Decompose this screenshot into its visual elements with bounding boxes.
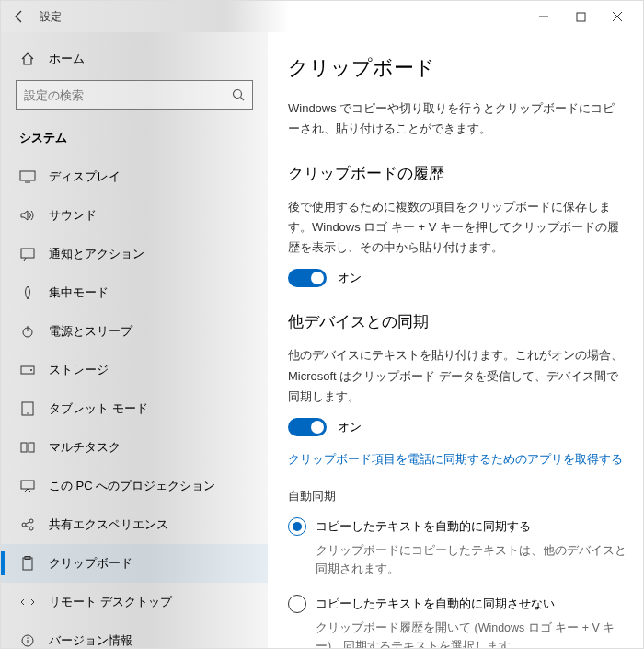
maximize-button[interactable]	[562, 1, 599, 32]
sidebar-item-notifications[interactable]: 通知とアクション	[1, 235, 268, 273]
sidebar-item-focus[interactable]: 集中モード	[1, 273, 268, 312]
svg-point-23	[27, 637, 28, 638]
radio-icon	[288, 517, 306, 536]
sidebar-item-multitask[interactable]: マルチタスク	[1, 428, 268, 467]
sidebar-item-label: 通知とアクション	[49, 246, 144, 262]
notifications-icon	[19, 246, 36, 262]
page-intro: Windows でコピーや切り取りを行うとクリップボードにコピーされ、貼り付ける…	[288, 99, 627, 139]
autosync-option-auto[interactable]: コピーしたテキストを自動的に同期する	[288, 517, 627, 536]
sidebar-item-label: リモート デスクトップ	[49, 594, 172, 610]
sidebar: ホーム システム ディスプレイ サウンド 通知とアクション	[1, 32, 268, 648]
section-sync: 他デバイスとの同期 他のデバイスにテキストを貼り付けます。これがオンの場合、Mi…	[288, 311, 627, 648]
category-label: システム	[1, 121, 268, 157]
remote-icon	[19, 594, 36, 610]
focus-icon	[19, 284, 36, 301]
projection-icon	[19, 478, 36, 494]
section-title: 他デバイスとの同期	[288, 311, 627, 332]
sidebar-item-display[interactable]: ディスプレイ	[1, 157, 268, 196]
sidebar-item-label: 電源とスリープ	[49, 323, 132, 340]
radio-label: コピーしたテキストを自動的に同期する	[316, 517, 531, 535]
sidebar-item-label: バージョン情報	[49, 632, 132, 648]
section-history: クリップボードの履歴 後で使用するために複数の項目をクリップボードに保存します。…	[288, 163, 627, 287]
svg-rect-1	[577, 13, 585, 21]
display-icon	[19, 168, 36, 185]
svg-rect-14	[29, 443, 34, 452]
search-icon	[232, 88, 245, 101]
sidebar-item-storage[interactable]: ストレージ	[1, 351, 268, 389]
svg-point-18	[29, 527, 33, 530]
multitask-icon	[19, 439, 36, 456]
svg-line-3	[241, 98, 245, 101]
autosync-subhead: 自動同期	[288, 488, 627, 504]
radio-help: クリップボードにコピーしたテキストは、他のデバイスと同期されます。	[316, 541, 627, 578]
power-icon	[19, 323, 36, 340]
sidebar-item-about[interactable]: バージョン情報	[1, 621, 268, 648]
search-box[interactable]	[16, 80, 253, 110]
radio-label: コピーしたテキストを自動的に同期させない	[316, 595, 555, 612]
close-button[interactable]	[599, 1, 636, 32]
sidebar-item-label: ストレージ	[49, 362, 109, 378]
svg-point-12	[27, 412, 29, 414]
sidebar-item-remote[interactable]: リモート デスクトップ	[1, 583, 268, 621]
radio-icon	[288, 595, 306, 613]
about-icon	[19, 632, 36, 648]
sidebar-item-label: 集中モード	[49, 284, 109, 301]
sync-app-link[interactable]: クリップボード項目を電話に同期するためのアプリを取得する	[288, 451, 627, 468]
sidebar-item-label: クリップボード	[49, 555, 132, 572]
sidebar-item-sound[interactable]: サウンド	[1, 196, 268, 235]
sidebar-item-share[interactable]: 共有エクスペリエンス	[1, 505, 268, 544]
svg-rect-6	[21, 249, 34, 258]
page-title: クリップボード	[288, 54, 627, 82]
toggle-label: オン	[338, 270, 362, 286]
sidebar-item-label: ディスプレイ	[49, 168, 121, 185]
sidebar-item-tablet[interactable]: タブレット モード	[1, 389, 268, 428]
svg-rect-4	[20, 171, 35, 180]
search-input[interactable]	[24, 88, 232, 102]
history-toggle[interactable]	[288, 269, 327, 287]
clipboard-icon	[19, 555, 36, 572]
section-title: クリップボードの履歴	[288, 163, 627, 184]
share-icon	[19, 516, 36, 533]
svg-rect-15	[21, 481, 34, 489]
section-desc: 他のデバイスにテキストを貼り付けます。これがオンの場合、Microsoft はク…	[288, 345, 627, 406]
sound-icon	[19, 207, 36, 224]
content-pane: クリップボード Windows でコピーや切り取りを行うとクリップボードにコピー…	[268, 32, 643, 648]
toggle-label: オン	[338, 419, 362, 435]
autosync-option-manual[interactable]: コピーしたテキストを自動的に同期させない	[288, 595, 627, 613]
tablet-icon	[19, 400, 36, 417]
home-icon	[19, 51, 36, 67]
sidebar-item-power[interactable]: 電源とスリープ	[1, 312, 268, 351]
sync-toggle[interactable]	[288, 418, 327, 436]
sidebar-item-label: サウンド	[49, 207, 97, 224]
minimize-button[interactable]	[525, 1, 562, 32]
svg-point-16	[22, 523, 26, 527]
sidebar-item-label: 共有エクスペリエンス	[49, 516, 168, 533]
storage-icon	[19, 362, 36, 378]
radio-help: クリップボード履歴を開いて (Windows ロゴ キー + V キー)、同期す…	[316, 619, 627, 648]
section-desc: 後で使用するために複数の項目をクリップボードに保存します。Windows ロゴ …	[288, 197, 627, 258]
sidebar-item-clipboard[interactable]: クリップボード	[1, 544, 268, 583]
sidebar-item-label: タブレット モード	[49, 400, 148, 417]
svg-point-10	[30, 369, 32, 371]
sidebar-item-label: この PC へのプロジェクション	[49, 478, 215, 494]
back-button[interactable]	[8, 6, 30, 28]
sidebar-item-label: マルチタスク	[49, 439, 121, 456]
svg-point-2	[234, 90, 242, 99]
home-label: ホーム	[49, 51, 85, 67]
window-title: 設定	[40, 9, 62, 25]
home-nav[interactable]: ホーム	[1, 41, 268, 80]
svg-rect-13	[21, 443, 27, 452]
svg-point-17	[29, 519, 33, 523]
sidebar-item-projection[interactable]: この PC へのプロジェクション	[1, 467, 268, 505]
